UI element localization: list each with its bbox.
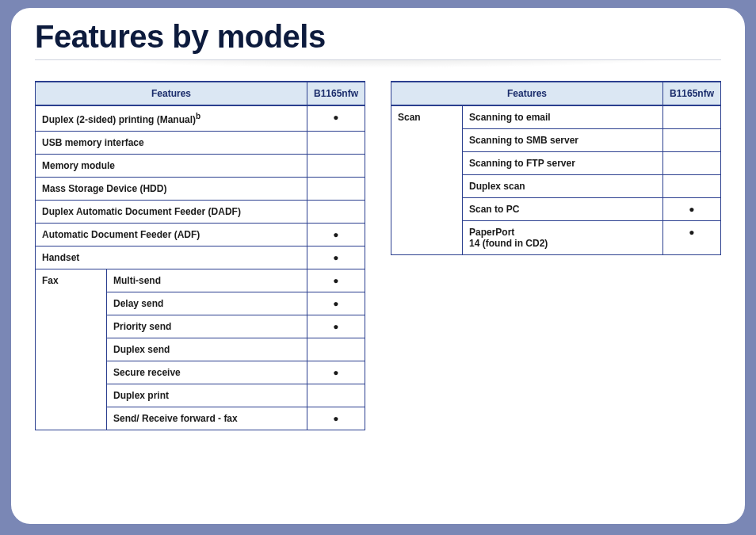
category-cell: Scan <box>391 105 463 255</box>
value-cell <box>662 129 720 152</box>
value-cell: ● <box>307 315 365 338</box>
subfeature-cell: Scanning to email <box>463 105 663 129</box>
value-cell <box>662 152 720 175</box>
table-row: Handset ● <box>36 246 365 269</box>
feature-cell: Automatic Document Feeder (ADF) <box>36 224 307 246</box>
subfeature-cell: Priority send <box>107 315 307 338</box>
feature-cell: Mass Storage Device (HDD) <box>36 178 307 201</box>
table-row: Duplex Automatic Document Feeder (DADF) <box>36 201 365 224</box>
value-cell <box>307 338 365 361</box>
value-cell: ● <box>307 269 365 292</box>
table-row: Automatic Document Feeder (ADF) ● <box>36 224 365 246</box>
value-cell: ● <box>662 221 720 255</box>
value-cell: ● <box>662 198 720 221</box>
subfeature-cell: Multi-send <box>107 269 307 292</box>
value-cell <box>662 175 720 198</box>
table-row: Scan Scanning to email <box>391 105 721 129</box>
subfeature-cell: Duplex send <box>107 338 307 361</box>
value-cell: ● <box>307 361 365 384</box>
table-header-row: Features B1165nfw <box>36 82 365 105</box>
feature-label: Duplex (2-sided) printing (Manual) <box>42 114 196 125</box>
features-table-left: Features B1165nfw Duplex (2-sided) print… <box>35 81 365 430</box>
table-row: Mass Storage Device (HDD) <box>36 178 365 201</box>
subfeature-cell: Delay send <box>107 292 307 315</box>
subfeature-cell: Scanning to SMB server <box>463 129 663 152</box>
page-title: Features by models <box>35 19 721 60</box>
footnote-b: b <box>196 112 200 120</box>
subfeature-cell: Duplex scan <box>463 175 663 198</box>
value-cell <box>307 201 365 224</box>
value-cell <box>307 384 365 407</box>
right-column: Features B1165nfw Scan Scanning to email… <box>391 81 721 430</box>
subfeature-label: PaperPort <box>469 227 514 238</box>
category-cell: Fax <box>36 269 107 430</box>
left-column: Features B1165nfw Duplex (2-sided) print… <box>35 81 365 430</box>
table-row: Memory module <box>36 155 365 178</box>
feature-cell: USB memory interface <box>36 132 307 155</box>
feature-cell: Duplex (2-sided) printing (Manual)b <box>36 105 307 132</box>
title-shadow <box>35 60 721 68</box>
value-cell <box>307 132 365 155</box>
feature-cell: Handset <box>36 246 307 269</box>
subfeature-cell: Duplex print <box>107 384 307 407</box>
table-row: Fax Multi-send ● <box>36 269 365 292</box>
features-header: Features <box>36 82 307 105</box>
features-table-right: Features B1165nfw Scan Scanning to email… <box>391 81 721 255</box>
value-cell: ● <box>307 224 365 246</box>
value-cell: ● <box>307 407 365 430</box>
subfeature-cell: Send/ Receive forward - fax <box>107 407 307 430</box>
table-row: Duplex (2-sided) printing (Manual)b ● <box>36 105 365 132</box>
value-cell: ● <box>307 105 365 132</box>
feature-cell: Memory module <box>36 155 307 178</box>
value-cell <box>307 155 365 178</box>
value-cell <box>662 105 720 129</box>
table-header-row: Features B1165nfw <box>391 82 721 105</box>
document-page: Features by models Features B1165nfw Dup… <box>11 8 745 524</box>
model-header: B1165nfw <box>662 82 720 105</box>
subfeature-cell: Secure receive <box>107 361 307 384</box>
value-cell: ● <box>307 292 365 315</box>
content-columns: Features B1165nfw Duplex (2-sided) print… <box>35 81 721 430</box>
subfeature-cell: Scan to PC <box>463 198 663 221</box>
features-header: Features <box>391 82 663 105</box>
subfeature-label-line2: 14 (found in CD2) <box>469 238 548 249</box>
model-header: B1165nfw <box>307 82 365 105</box>
value-cell: ● <box>307 246 365 269</box>
subfeature-cell: PaperPort 14 (found in CD2) <box>463 221 663 255</box>
subfeature-cell: Scanning to FTP server <box>463 152 663 175</box>
table-row: USB memory interface <box>36 132 365 155</box>
feature-cell: Duplex Automatic Document Feeder (DADF) <box>36 201 307 224</box>
value-cell <box>307 178 365 201</box>
